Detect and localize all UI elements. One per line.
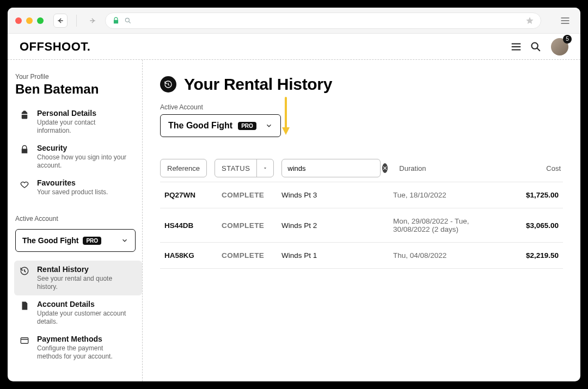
cell-title: Winds Pt 1 — [281, 251, 393, 260]
lock-icon — [20, 145, 30, 155]
search-icon — [124, 17, 132, 24]
close-window-icon[interactable] — [15, 17, 22, 24]
brand-logo[interactable]: OFFSHOOT. — [20, 40, 90, 54]
sidebar-item-title: Account Details — [37, 300, 130, 308]
badge-icon — [20, 110, 30, 120]
account-label: Active Account — [160, 103, 563, 111]
sidebar-item-security[interactable]: Security Choose how you sign into your a… — [14, 139, 142, 174]
status-filter-button[interactable]: STATUS — [215, 159, 274, 177]
sidebar-item-desc: Update your customer account details. — [37, 310, 130, 326]
history-icon — [160, 76, 176, 92]
cell-cost: $2,219.50 — [499, 251, 559, 260]
sidebar-item-desc: Configure the payment methods for your a… — [37, 344, 130, 361]
sidebar-item-account-details[interactable]: Account Details Update your customer acc… — [14, 295, 142, 330]
window-controls — [15, 17, 44, 24]
chevron-down-icon — [265, 122, 273, 129]
maximize-window-icon[interactable] — [37, 17, 44, 24]
cell-reference: PQ27WN — [164, 191, 222, 199]
cell-cost: $1,725.00 — [499, 191, 559, 199]
cell-reference: HS44DB — [164, 221, 222, 230]
sidebar-item-title: Security — [37, 144, 130, 152]
account-section-label: Active Account — [15, 215, 142, 223]
cell-status: COMPLETE — [222, 191, 281, 199]
account-name: The Good Fight — [22, 236, 78, 245]
account-tier-badge: PRO — [83, 237, 101, 245]
card-icon — [20, 336, 30, 345]
chip-label: Reference — [167, 164, 200, 172]
svg-rect-2 — [21, 338, 28, 344]
table-end-divider — [160, 268, 563, 269]
cell-title: Winds Pt 2 — [281, 221, 393, 230]
document-icon — [20, 301, 30, 311]
reference-sort-button[interactable]: Reference — [160, 159, 207, 177]
table-row[interactable]: PQ27WN COMPLETE Winds Pt 3 Tue, 18/10/20… — [160, 182, 563, 208]
sidebar-item-rental-history[interactable]: Rental History See your rental and quote… — [14, 261, 142, 295]
clear-search-button[interactable] — [382, 163, 388, 173]
profile-name: Ben Bateman — [15, 82, 142, 97]
sidebar: Your Profile Ben Bateman Personal Detail… — [8, 60, 143, 381]
main-account-selector[interactable]: The Good Fight PRO — [160, 114, 281, 137]
heart-icon — [20, 180, 30, 189]
cell-title: Winds Pt 3 — [281, 191, 393, 199]
browser-chrome — [8, 8, 580, 34]
notifications-badge: 5 — [563, 35, 572, 44]
chip-label: STATUS — [215, 159, 257, 177]
bookmark-star-icon[interactable] — [525, 16, 534, 25]
back-button[interactable] — [53, 14, 68, 28]
arrow-right-icon — [89, 17, 96, 24]
sidebar-item-payment-methods[interactable]: Payment Methods Configure the payment me… — [14, 330, 142, 365]
close-icon — [382, 165, 388, 171]
cell-status: COMPLETE — [222, 221, 281, 230]
cost-column-header: Cost — [546, 164, 563, 172]
search-icon — [530, 41, 542, 53]
browser-menu-button[interactable] — [558, 13, 573, 28]
sidebar-item-title: Rental History — [37, 265, 130, 274]
sidebar-item-desc: Update your contact information. — [37, 119, 130, 135]
svg-point-0 — [125, 18, 129, 22]
cell-cost: $3,065.00 — [499, 221, 559, 230]
sidebar-item-desc: See your rental and quote history. — [37, 275, 130, 291]
arrow-left-icon — [57, 17, 64, 24]
chevron-down-icon — [121, 237, 128, 244]
forward-button[interactable] — [85, 14, 100, 28]
cell-duration: Tue, 18/10/2022 — [393, 191, 499, 199]
account-name: The Good Fight — [168, 121, 232, 131]
sidebar-item-desc: Your saved product lists. — [37, 188, 108, 196]
sidebar-item-favourites[interactable]: Favourites Your saved product lists. — [14, 174, 142, 201]
minimize-window-icon[interactable] — [26, 17, 33, 24]
app-menu-button[interactable] — [506, 37, 526, 57]
svg-point-1 — [531, 42, 537, 48]
cell-reference: HA58KG — [164, 251, 222, 260]
menu-icon — [560, 15, 571, 26]
cell-duration: Thu, 04/08/2022 — [393, 251, 499, 260]
sidebar-item-title: Payment Methods — [37, 335, 130, 343]
rentals-table: PQ27WN COMPLETE Winds Pt 3 Tue, 18/10/20… — [160, 182, 563, 269]
sidebar-item-desc: Choose how you sign into your account. — [37, 153, 130, 170]
sidebar-item-personal-details[interactable]: Personal Details Update your contact inf… — [14, 104, 142, 139]
address-bar[interactable] — [105, 13, 541, 29]
table-row[interactable]: HA58KG COMPLETE Winds Pt 1 Thu, 04/08/20… — [160, 242, 563, 268]
profile-avatar[interactable]: 5 — [551, 38, 568, 55]
lock-icon — [112, 17, 120, 24]
title-search-input[interactable] — [281, 159, 381, 177]
page-title: Your Rental History — [184, 75, 332, 94]
table-row[interactable]: HS44DB COMPLETE Winds Pt 2 Mon, 29/08/20… — [160, 208, 563, 242]
history-icon — [20, 266, 30, 276]
divider — [76, 15, 77, 27]
cell-duration: Mon, 29/08/2022 - Tue, 30/08/2022 (2 day… — [393, 217, 499, 233]
menu-icon — [510, 41, 522, 53]
app-header: OFFSHOOT. 5 — [8, 34, 580, 60]
cell-status: COMPLETE — [222, 251, 281, 260]
profile-section-label: Your Profile — [15, 73, 142, 81]
account-tier-badge: PRO — [238, 122, 256, 130]
sidebar-account-selector[interactable]: The Good Fight PRO — [15, 229, 136, 252]
main-content: Your Rental History Active Account The G… — [143, 60, 580, 381]
caret-down-icon — [257, 165, 273, 171]
search-field[interactable] — [287, 164, 379, 172]
table-filters: Reference STATUS Duration Cost — [160, 159, 563, 177]
app-search-button[interactable] — [526, 37, 546, 57]
duration-column-header: Duration — [399, 164, 426, 172]
sidebar-item-title: Favourites — [37, 178, 108, 187]
sidebar-item-title: Personal Details — [37, 109, 130, 118]
